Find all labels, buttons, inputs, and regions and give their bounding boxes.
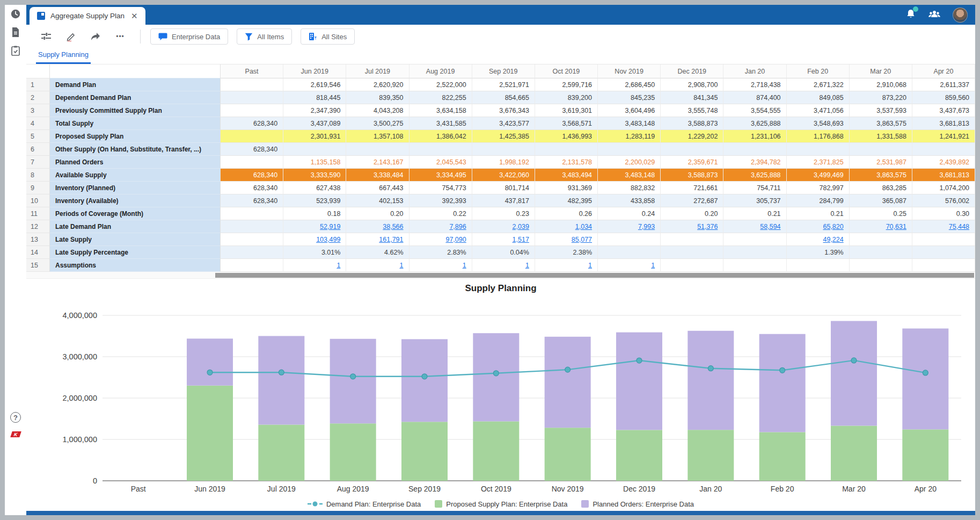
table-cell[interactable]: 1.39% <box>787 246 850 259</box>
column-header[interactable]: Jun 2019 <box>283 64 346 78</box>
table-cell[interactable] <box>912 143 975 156</box>
table-cell[interactable]: 2,531,987 <box>850 156 912 169</box>
table-cell[interactable]: 782,997 <box>787 182 850 194</box>
cell-link[interactable]: 2,039 <box>472 220 529 233</box>
table-cell[interactable]: 1,229,202 <box>661 130 723 143</box>
row-label[interactable]: Inventory (Planned) <box>50 182 221 194</box>
settings-sliders-icon[interactable] <box>36 28 56 45</box>
table-cell[interactable]: 52,919 <box>283 220 346 233</box>
table-cell[interactable]: 3,423,577 <box>472 117 535 130</box>
table-cell[interactable]: 628,340 <box>221 169 283 182</box>
close-icon[interactable]: ✕ <box>130 10 139 22</box>
table-cell[interactable]: 1,357,108 <box>346 130 409 143</box>
table-cell[interactable]: 841,345 <box>661 91 723 104</box>
table-cell[interactable]: 0.24 <box>598 207 661 220</box>
all-items-filter-button[interactable]: All Items <box>237 28 292 45</box>
table-cell[interactable]: 3,483,148 <box>598 169 661 182</box>
table-cell[interactable]: 3,437,089 <box>283 117 346 130</box>
table-cell[interactable]: 2,200,029 <box>598 156 661 169</box>
table-cell[interactable] <box>912 233 975 246</box>
table-cell[interactable]: 272,687 <box>661 194 723 207</box>
table-cell[interactable] <box>221 246 283 259</box>
table-cell[interactable]: 3,554,555 <box>723 104 786 117</box>
table-cell[interactable]: 0.04% <box>472 246 535 259</box>
table-cell[interactable]: 3,625,888 <box>723 169 786 182</box>
table-cell[interactable] <box>221 104 283 117</box>
table-cell[interactable]: 70,631 <box>850 220 912 233</box>
row-label[interactable]: Assumptions <box>50 259 221 272</box>
table-cell[interactable] <box>850 143 912 156</box>
table-cell[interactable]: 628,340 <box>221 182 283 194</box>
table-cell[interactable]: 576,002 <box>912 194 975 207</box>
table-cell[interactable]: 721,661 <box>661 182 723 194</box>
table-cell[interactable]: 1,436,993 <box>535 130 598 143</box>
table-cell[interactable]: 1,034 <box>535 220 598 233</box>
row-label[interactable]: Available Supply <box>50 169 221 182</box>
table-cell[interactable]: 1,241,921 <box>912 130 975 143</box>
table-cell[interactable]: 0.26 <box>535 207 598 220</box>
table-cell[interactable]: 2,908,700 <box>661 78 723 91</box>
table-cell[interactable]: 2,611,337 <box>912 78 975 91</box>
row-label[interactable]: Previously Committed Supply Plan <box>50 104 221 117</box>
table-cell[interactable]: 1,386,042 <box>409 130 472 143</box>
table-cell[interactable]: 2,599,716 <box>535 78 598 91</box>
column-header[interactable]: Past <box>221 64 283 78</box>
table-cell[interactable]: 0.20 <box>661 207 723 220</box>
table-cell[interactable]: 627,438 <box>283 182 346 194</box>
table-cell[interactable]: 0.21 <box>723 207 786 220</box>
table-cell[interactable]: 2,039 <box>472 220 535 233</box>
table-cell[interactable] <box>535 143 598 156</box>
table-cell[interactable]: 3,548,693 <box>787 117 850 130</box>
table-cell[interactable]: 3,555,748 <box>661 104 723 117</box>
table-cell[interactable]: 49,224 <box>787 233 850 246</box>
table-cell[interactable]: 161,791 <box>346 233 409 246</box>
scrollbar-thumb[interactable] <box>215 273 974 278</box>
table-cell[interactable]: 437,817 <box>472 194 535 207</box>
cell-link[interactable]: 85,077 <box>535 233 592 246</box>
table-cell[interactable]: 0.21 <box>787 207 850 220</box>
cell-link[interactable]: 7,993 <box>598 220 655 233</box>
table-cell[interactable]: 0.20 <box>346 207 409 220</box>
table-cell[interactable]: 3,338,484 <box>346 169 409 182</box>
table-cell[interactable]: 628,340 <box>221 117 283 130</box>
cell-link[interactable]: 161,791 <box>346 233 403 246</box>
table-cell[interactable]: 801,714 <box>472 182 535 194</box>
table-cell[interactable] <box>409 143 472 156</box>
table-cell[interactable]: 3,483,494 <box>535 169 598 182</box>
table-cell[interactable]: 2,522,000 <box>409 78 472 91</box>
table-cell[interactable] <box>221 130 283 143</box>
column-header[interactable]: Aug 2019 <box>409 64 472 78</box>
table-cell[interactable]: 2,671,322 <box>787 78 850 91</box>
column-header[interactable]: Jul 2019 <box>346 64 409 78</box>
table-cell[interactable]: 2.38% <box>535 246 598 259</box>
cell-link[interactable]: 7,896 <box>409 220 466 233</box>
table-cell[interactable]: 839,200 <box>535 91 598 104</box>
document-icon[interactable] <box>5 23 26 41</box>
table-cell[interactable]: 3,676,343 <box>472 104 535 117</box>
table-cell[interactable]: 849,085 <box>787 91 850 104</box>
cell-link[interactable]: 97,090 <box>409 233 466 246</box>
table-cell[interactable]: 1,331,588 <box>850 130 912 143</box>
table-cell[interactable]: 523,939 <box>283 194 346 207</box>
horizontal-scrollbar[interactable] <box>26 272 975 279</box>
table-cell[interactable]: 3,863,575 <box>850 117 912 130</box>
table-cell[interactable]: 3,422,060 <box>472 169 535 182</box>
table-cell[interactable]: 0.23 <box>472 207 535 220</box>
table-cell[interactable]: 284,799 <box>787 194 850 207</box>
table-cell[interactable]: 392,393 <box>409 194 472 207</box>
table-cell[interactable]: 75,448 <box>912 220 975 233</box>
table-cell[interactable]: 7,896 <box>409 220 472 233</box>
tab-supply-planning[interactable]: Supply Planning <box>36 50 91 64</box>
table-cell[interactable]: 1 <box>346 259 409 272</box>
cell-link[interactable]: 58,594 <box>723 220 780 233</box>
table-cell[interactable]: 2,131,578 <box>535 156 598 169</box>
legend-item[interactable]: Demand Plan: Enterprise Data <box>308 500 421 508</box>
table-cell[interactable]: 3.01% <box>283 246 346 259</box>
cell-link[interactable]: 1 <box>346 259 403 272</box>
cell-link[interactable]: 1 <box>283 259 340 272</box>
table-cell[interactable]: 2.83% <box>409 246 472 259</box>
table-cell[interactable]: 1,231,106 <box>723 130 786 143</box>
table-cell[interactable]: 85,077 <box>535 233 598 246</box>
table-cell[interactable]: 402,153 <box>346 194 409 207</box>
table-cell[interactable] <box>912 259 975 272</box>
